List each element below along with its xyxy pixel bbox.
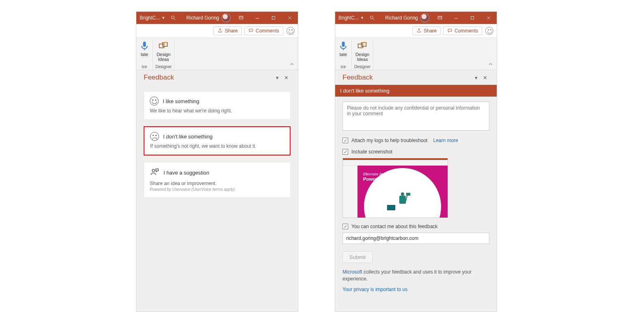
option-desc: We like to hear what we're doing right. bbox=[150, 108, 284, 114]
ribbon-group-designer[interactable]: Design Ideas Designer bbox=[352, 39, 373, 69]
design-ideas-icon bbox=[158, 40, 169, 52]
search-button[interactable] bbox=[364, 12, 380, 24]
submit-button[interactable]: Submit bbox=[342, 251, 373, 263]
pane-close-button[interactable]: ✕ bbox=[480, 75, 489, 81]
learn-more-link[interactable]: Learn more bbox=[433, 138, 458, 143]
microsoft-link[interactable]: Microsoft bbox=[342, 269, 362, 275]
quick-action-bar: Share Comments bbox=[335, 24, 497, 38]
maximize-icon bbox=[470, 15, 475, 21]
search-icon bbox=[369, 15, 375, 21]
attach-logs-checkbox[interactable]: ✓ bbox=[342, 138, 348, 143]
suggestion-icon bbox=[150, 167, 159, 178]
svg-rect-10 bbox=[163, 43, 168, 46]
svg-rect-17 bbox=[471, 17, 474, 19]
smile-icon bbox=[150, 97, 159, 106]
user-name: Richard Goring bbox=[186, 15, 219, 21]
privacy-link[interactable]: Your privacy is important to us bbox=[342, 287, 407, 292]
close-button[interactable] bbox=[282, 12, 298, 24]
svg-rect-8 bbox=[143, 42, 146, 47]
include-screenshot-checkbox[interactable]: ✓ bbox=[342, 149, 348, 155]
ribbon-item-label: tate bbox=[340, 52, 347, 57]
comments-button[interactable]: Comments bbox=[244, 26, 283, 35]
svg-point-11 bbox=[152, 169, 155, 172]
user-account[interactable]: Richard Goring bbox=[383, 13, 432, 22]
dictate-icon bbox=[139, 40, 150, 52]
ribbon-display-button[interactable] bbox=[233, 12, 249, 24]
ribbon-group-dictate[interactable]: tate ice bbox=[136, 39, 153, 69]
close-icon bbox=[486, 15, 491, 21]
feedback-button[interactable] bbox=[485, 27, 493, 35]
powerpoint-window-left: BrightC... ▼ Richard Goring Share bbox=[136, 11, 298, 312]
feedback-option-dislike[interactable]: I don't like something If something's no… bbox=[144, 126, 291, 155]
screenshot-preview[interactable]: Eliminate death by PowerPoint bbox=[342, 158, 448, 218]
footer-disclosure: Microsoft collects your feedback and use… bbox=[342, 269, 489, 282]
comments-label: Comments bbox=[256, 28, 279, 34]
comments-button[interactable]: Comments bbox=[443, 26, 482, 35]
minimize-button[interactable] bbox=[448, 12, 464, 24]
pane-menu-button[interactable]: ▾ bbox=[472, 75, 480, 81]
document-name-text: BrightC... bbox=[338, 15, 359, 21]
user-account[interactable]: Richard Goring bbox=[184, 13, 233, 22]
contact-me-label: You can contact me about this feedback bbox=[351, 224, 437, 229]
feedback-pane-options: I like something We like to hear what we… bbox=[136, 85, 298, 311]
ribbon-display-button[interactable] bbox=[432, 12, 448, 24]
chevron-up-icon bbox=[488, 61, 493, 67]
svg-rect-21 bbox=[358, 44, 363, 47]
feedback-comment-input[interactable] bbox=[342, 101, 489, 131]
quick-action-bar: Share Comments bbox=[136, 24, 298, 38]
minimize-button[interactable] bbox=[249, 12, 265, 24]
ribbon-group-designer[interactable]: Design Ideas Designer bbox=[153, 39, 174, 69]
footer-text: collects your feedback and uses it to im… bbox=[342, 269, 472, 282]
option-title: I don't like something bbox=[163, 134, 213, 140]
attach-logs-row: ✓ Attach my logs to help troubleshoot Le… bbox=[342, 138, 489, 143]
share-button[interactable]: Share bbox=[213, 26, 242, 35]
feedback-option-suggest[interactable]: I have a suggestion Share an idea or imp… bbox=[144, 162, 291, 198]
share-icon bbox=[416, 28, 422, 33]
search-button[interactable] bbox=[165, 12, 181, 24]
maximize-button[interactable] bbox=[265, 12, 282, 24]
feedback-button[interactable] bbox=[286, 27, 295, 35]
include-screenshot-row: ✓ Include screenshot bbox=[342, 149, 489, 155]
caret-down-icon: ▼ bbox=[162, 16, 165, 20]
option-title: I have a suggestion bbox=[164, 170, 209, 176]
svg-point-12 bbox=[370, 16, 373, 19]
ribbon-group-label: ice bbox=[142, 65, 147, 69]
search-icon bbox=[170, 15, 176, 21]
comment-icon bbox=[248, 28, 254, 33]
window-icon bbox=[238, 15, 244, 21]
minimize-icon bbox=[453, 15, 459, 21]
option-title: I like something bbox=[163, 98, 199, 104]
ribbon: tate ice Design Ideas Designer bbox=[335, 38, 497, 70]
svg-rect-14 bbox=[438, 16, 442, 19]
document-name[interactable]: BrightC... ▼ bbox=[335, 15, 364, 21]
option-fineprint: Powered by Uservoice (UserVoice terms ap… bbox=[150, 187, 284, 192]
svg-point-0 bbox=[171, 16, 174, 19]
svg-line-1 bbox=[174, 19, 176, 20]
maximize-button[interactable] bbox=[464, 12, 480, 24]
contact-me-row: ✓ You can contact me about this feedback bbox=[342, 224, 489, 229]
frown-icon bbox=[150, 132, 159, 141]
pane-menu-button[interactable]: ▾ bbox=[273, 75, 282, 81]
ribbon-item-label: Design Ideas bbox=[355, 52, 369, 62]
document-name[interactable]: BrightC... ▼ bbox=[136, 15, 165, 21]
pane-close-button[interactable]: ✕ bbox=[282, 75, 291, 81]
comment-icon bbox=[447, 28, 452, 33]
email-input[interactable] bbox=[342, 233, 489, 244]
collapse-ribbon-button[interactable] bbox=[488, 61, 493, 68]
document-name-text: BrightC... bbox=[140, 15, 160, 21]
ribbon: tate ice Design Ideas Designer bbox=[136, 38, 298, 70]
svg-rect-2 bbox=[239, 16, 243, 19]
collapse-ribbon-button[interactable] bbox=[289, 61, 295, 68]
dictate-icon bbox=[338, 40, 349, 52]
ribbon-group-dictate[interactable]: tate ice bbox=[335, 39, 352, 69]
svg-rect-5 bbox=[272, 17, 275, 19]
svg-line-13 bbox=[373, 19, 375, 20]
ribbon-item-label: Design Ideas bbox=[157, 52, 170, 62]
contact-me-checkbox[interactable]: ✓ bbox=[342, 224, 348, 229]
svg-rect-9 bbox=[159, 44, 164, 47]
feedback-option-like[interactable]: I like something We like to hear what we… bbox=[144, 91, 291, 120]
caret-down-icon: ▼ bbox=[360, 16, 364, 20]
close-button[interactable] bbox=[480, 12, 497, 24]
pane-header: Feedback ▾ ✕ bbox=[335, 70, 497, 85]
share-button[interactable]: Share bbox=[412, 26, 441, 35]
